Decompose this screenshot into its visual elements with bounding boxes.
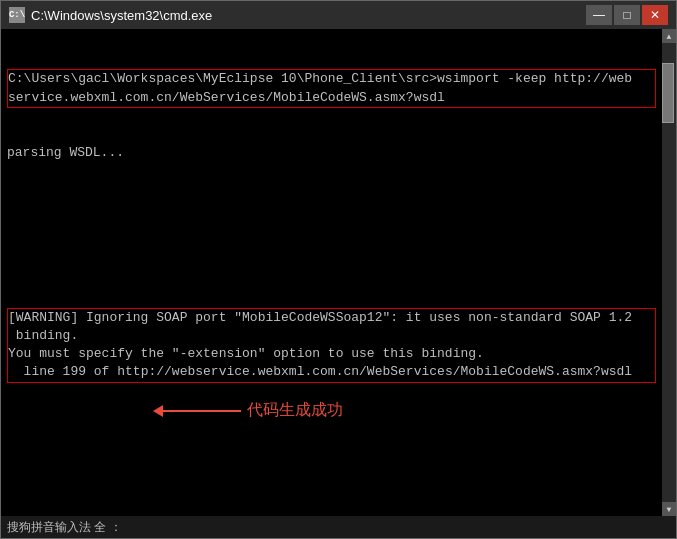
cmd-window: C:\ C:\Windows\system32\cmd.exe — □ ✕ C:… bbox=[0, 0, 677, 539]
scroll-down-arrow[interactable]: ▼ bbox=[662, 502, 676, 516]
window-controls: — □ ✕ bbox=[586, 5, 668, 25]
minimize-button[interactable]: — bbox=[586, 5, 612, 25]
ime-status: 搜狗拼音输入法 全 ： bbox=[7, 519, 122, 536]
content-area: C:\Users\gacl\Workspaces\MyEclipse 10\Ph… bbox=[1, 29, 676, 516]
title-bar-left: C:\ C:\Windows\system32\cmd.exe bbox=[9, 7, 212, 23]
scrollbar[interactable]: ▲ ▼ bbox=[662, 29, 676, 516]
warning-block-1: [WARNING] Ignoring SOAP port "MobileCode… bbox=[7, 308, 656, 383]
maximize-button[interactable]: □ bbox=[614, 5, 640, 25]
terminal-line bbox=[7, 199, 656, 217]
terminal-line bbox=[7, 419, 656, 437]
terminal-line bbox=[7, 253, 656, 271]
scroll-up-arrow[interactable]: ▲ bbox=[662, 29, 676, 43]
icon-label: C:\ bbox=[9, 10, 25, 20]
window-title: C:\Windows\system32\cmd.exe bbox=[31, 8, 212, 23]
terminal-line bbox=[7, 474, 656, 492]
window-icon: C:\ bbox=[9, 7, 25, 23]
scrollbar-track[interactable] bbox=[662, 43, 676, 502]
status-bar: 搜狗拼音输入法 全 ： bbox=[1, 516, 676, 538]
terminal-output: C:\Users\gacl\Workspaces\MyEclipse 10\Ph… bbox=[1, 29, 662, 516]
close-button[interactable]: ✕ bbox=[642, 5, 668, 25]
title-bar: C:\ C:\Windows\system32\cmd.exe — □ ✕ bbox=[1, 1, 676, 29]
terminal-line: parsing WSDL... bbox=[7, 144, 656, 162]
scrollbar-thumb[interactable] bbox=[662, 63, 674, 123]
terminal-line: C:\Users\gacl\Workspaces\MyEclipse 10\Ph… bbox=[7, 69, 656, 107]
